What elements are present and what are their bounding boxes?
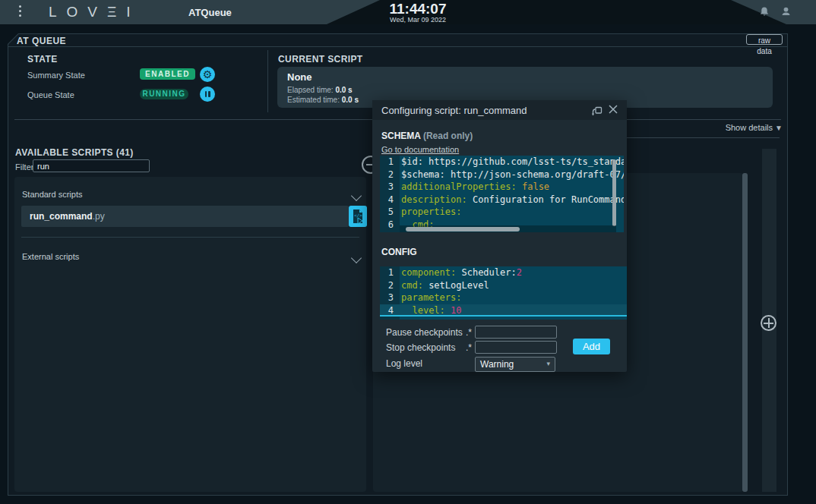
script-name: run_command.py — [30, 211, 105, 222]
summary-state-gear-button[interactable]: ⚙ — [200, 67, 215, 82]
log-level-value: Warning — [480, 359, 514, 370]
chevron-down-icon: ▼ — [775, 124, 783, 132]
state-script-divider — [267, 50, 268, 112]
panel-header-divider — [8, 46, 787, 47]
code-line: 1component: Scheduler:2 — [380, 266, 627, 279]
clock: 11:44:07 Wed, Mar 09 2022 — [349, 0, 486, 24]
elapsed-time-row: Elapsed time: 0.0 s — [287, 86, 353, 94]
summary-state-badge: ENABLED — [140, 68, 195, 80]
log-level-select[interactable]: Warning ▾ — [475, 357, 555, 372]
schema-horizontal-scrollbar[interactable] — [406, 227, 520, 232]
clock-date: Wed, Mar 09 2022 — [349, 17, 486, 24]
script-launch-icon: </> — [352, 209, 364, 224]
chevron-down-icon — [351, 191, 362, 201]
standard-scripts-label: Standard scripts — [22, 190, 82, 199]
configure-script-modal: Configuring script: run_command SCHEMA (… — [372, 100, 627, 372]
stop-checkpoints-label: Stop checkpoints — [386, 342, 455, 353]
current-script-heading: CURRENT SCRIPT — [278, 54, 363, 65]
view-title: ATQueue — [188, 7, 232, 18]
config-heading: CONFIG — [381, 247, 417, 257]
log-level-row: Log level Warning ▾ — [386, 357, 568, 370]
code-line: 4description: Configuration for RunComma… — [380, 194, 624, 206]
show-details-toggle[interactable]: Show details ▼ — [684, 123, 783, 132]
queue-state-badge: RUNNING — [140, 89, 188, 99]
pause-checkpoints-row: Pause checkpoints.* — [386, 326, 568, 339]
external-scripts-label: External scripts — [22, 252, 79, 261]
close-icon[interactable] — [608, 104, 618, 118]
schema-vertical-scrollbar[interactable] — [612, 159, 616, 226]
group-divider — [21, 237, 359, 238]
dropdown-arrow-icon: ▾ — [546, 360, 550, 367]
queue-scrollbar[interactable] — [742, 173, 748, 492]
regex-hint: .* — [466, 342, 472, 353]
code-line: 1$id: https://github.com/lsst-ts/ts_stan… — [380, 156, 624, 169]
detach-window-icon[interactable] — [592, 106, 603, 119]
configure-script-button[interactable]: </> — [349, 206, 367, 227]
modal-titlebar: Configuring script: run_command — [372, 100, 627, 120]
standard-scripts-group[interactable]: Standard scripts — [14, 186, 366, 204]
code-line: 3additionalProperties: false — [380, 181, 624, 194]
modal-title: Configuring script: run_command — [381, 105, 527, 116]
code-line: 4 level: 10 — [380, 304, 627, 317]
script-item-run-command[interactable]: run_command.py — [21, 206, 349, 227]
notifications-bell-icon[interactable] — [758, 6, 770, 21]
available-scripts-list: Standard scripts run_command.py </> Exte… — [14, 177, 366, 492]
chevron-down-icon — [351, 253, 362, 263]
documentation-link[interactable]: Go to documentation — [381, 145, 459, 154]
schema-editor[interactable]: 1$id: https://github.com/lsst-ts/ts_stan… — [380, 156, 624, 232]
add-button[interactable]: Add — [573, 339, 610, 354]
navbar-right-section — [731, 0, 816, 24]
svg-text:</>: </> — [354, 213, 362, 218]
menu-dots-icon[interactable] — [19, 5, 22, 19]
raw-data-button[interactable]: raw data — [746, 34, 783, 45]
log-level-label: Log level — [386, 358, 422, 369]
add-circle-icon[interactable] — [761, 315, 776, 331]
current-script-name: None — [287, 71, 312, 83]
top-navbar: LOVΞI ATQueue 11:44:07 Wed, Mar 09 2022 — [0, 0, 816, 24]
gear-icon: ⚙ — [203, 67, 213, 82]
user-icon[interactable] — [780, 6, 792, 21]
stop-checkpoints-input[interactable] — [475, 341, 557, 354]
queue-state-label: Queue State — [27, 90, 74, 99]
summary-state-label: Summary State — [27, 71, 85, 80]
state-heading: STATE — [27, 54, 58, 65]
pause-checkpoints-input[interactable] — [475, 326, 557, 339]
love-atqueue-screen: LOVΞI ATQueue 11:44:07 Wed, Mar 09 2022 … — [0, 0, 816, 504]
love-logo: LOVΞI — [49, 4, 141, 20]
schema-heading: SCHEMA (Read only) — [381, 131, 473, 141]
clock-time: 11:44:07 — [349, 2, 486, 17]
code-line: 2$schema: http://json-schema.org/draft-0… — [380, 169, 624, 181]
external-scripts-group[interactable]: External scripts — [14, 248, 366, 266]
config-editor[interactable]: 1component: Scheduler:22cmd: setLogLevel… — [380, 266, 627, 320]
pause-queue-button[interactable] — [200, 87, 215, 102]
code-line: 2cmd: setLogLevel — [380, 279, 627, 292]
code-line: 5properties: — [380, 206, 624, 219]
filter-input[interactable] — [33, 159, 150, 172]
regex-hint: .* — [466, 327, 472, 338]
code-line: 3parameters: — [380, 291, 627, 304]
estimated-time-row: Estimated time: 0.0 s — [287, 96, 359, 104]
panel-title: AT QUEUE — [17, 36, 66, 46]
available-scripts-heading: AVAILABLE SCRIPTS (41) — [15, 147, 134, 158]
pause-checkpoints-label: Pause checkpoints — [386, 327, 463, 338]
pause-icon — [205, 91, 210, 97]
stop-checkpoints-row: Stop checkpoints.* — [386, 341, 568, 354]
